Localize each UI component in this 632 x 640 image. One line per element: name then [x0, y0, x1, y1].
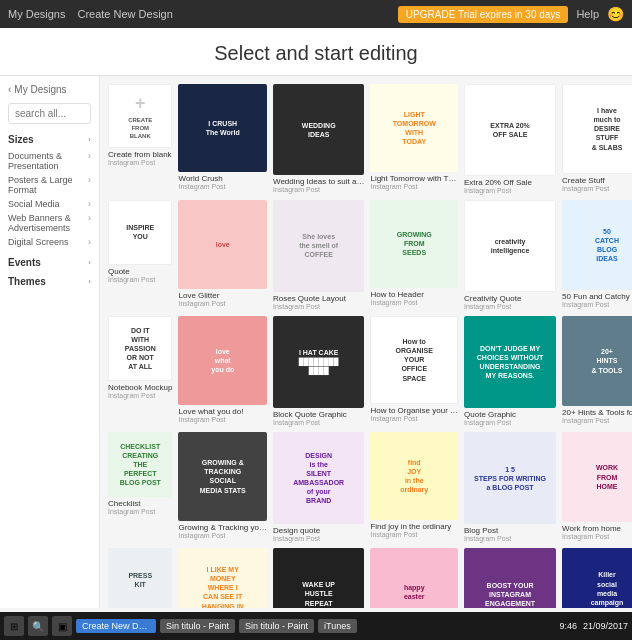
template-thumb: DESIGN is the SILENT AMBASSADOR of your …	[273, 432, 364, 523]
template-label: Extra 20% Off Sale	[464, 178, 556, 187]
template-item[interactable]: creativity intelligenceCreativity QuoteI…	[464, 200, 556, 310]
template-item[interactable]: EXTRA 20% OFF SALEExtra 20% Off SaleInst…	[464, 84, 556, 194]
template-label: Block Quote Graphic	[273, 410, 364, 419]
sizes-arrow-icon: ›	[88, 135, 91, 144]
template-item[interactable]: WORK FROM HOMEWork from homeInstagram Po…	[562, 432, 632, 542]
template-item[interactable]: +CREATEFROMBLANKCreate from blankInstagr…	[108, 84, 172, 194]
template-sub: Instagram Post	[370, 299, 458, 306]
template-thumb: I HAT CAKE ████████ ████	[273, 316, 364, 407]
template-item[interactable]: How to ORGANISE YOUR OFFICE SPACEHow to …	[370, 316, 458, 426]
template-sub: Instagram Post	[273, 303, 364, 310]
template-thumb: find JOY in the ordinary	[370, 432, 458, 520]
back-arrow-icon: ‹	[8, 84, 11, 95]
help-button[interactable]: Help	[576, 8, 599, 20]
template-item[interactable]: WEDDING IDEASWedding Ideas to suit a…Ins…	[273, 84, 364, 194]
upgrade-button[interactable]: UPGRADE Trial expires in 30 days	[398, 6, 569, 23]
template-thumb: Killer social media campaign ideas	[562, 548, 632, 608]
template-item[interactable]: 50 CATCH BLOG IDEAS50 Fun and Catchy Ide…	[562, 200, 632, 310]
template-thumb: She loves the smell of COFFEE	[273, 200, 364, 291]
taskbar-right: 9:46 21/09/2017	[559, 621, 628, 631]
back-link[interactable]: ‹ My Designs	[8, 84, 91, 95]
template-sub: Instagram Post	[178, 532, 266, 539]
template-item[interactable]: CHECKLIST CREATING THE PERFECT BLOG POST…	[108, 432, 172, 542]
sidebar-item-social[interactable]: Social Media›	[8, 197, 91, 211]
template-thumb: 50 CATCH BLOG IDEAS	[562, 200, 632, 290]
template-sub: Instagram Post	[464, 303, 556, 310]
template-sub: Instagram Post	[273, 419, 364, 426]
events-title[interactable]: Events ›	[8, 257, 91, 268]
template-item[interactable]: DESIGN is the SILENT AMBASSADOR of your …	[273, 432, 364, 542]
template-thumb: EXTRA 20% OFF SALE	[464, 84, 556, 176]
themes-title[interactable]: Themes ›	[8, 276, 91, 287]
smiley-icon: 😊	[607, 6, 624, 22]
taskbar-window-canva[interactable]: Create New Design...	[76, 619, 156, 633]
sidebar-item-docs[interactable]: Documents & Presentation›	[8, 149, 91, 173]
template-item[interactable]: loveLove GlitterInstagram Post	[178, 200, 266, 310]
my-designs-link[interactable]: My Designs	[8, 8, 65, 20]
taskbar-left: ⊞ 🔍 ▣ Create New Design... Sin titulo - …	[4, 616, 357, 636]
template-item[interactable]: I have much to DESIRE STUFF & SLABSCreat…	[562, 84, 632, 194]
template-item[interactable]: love what you doLove what you do!Instagr…	[178, 316, 266, 426]
template-label: Quote	[108, 267, 172, 276]
taskbar-time: 9:46	[559, 621, 577, 631]
template-thumb: DON'T JUDGE MY CHOICES WITHOUT UNDERSTAN…	[464, 316, 556, 408]
template-sub: Instagram Post	[273, 535, 364, 542]
template-label: Work from home	[562, 524, 632, 533]
template-thumb: love what you do	[178, 316, 266, 404]
template-item[interactable]: happy easterHappy EasterInstagram Post	[370, 548, 458, 608]
template-item[interactable]: WAKE UP HUSTLE REPEATHustleInstagram Pos…	[273, 548, 364, 608]
taskbar-taskview[interactable]: ▣	[52, 616, 72, 636]
template-item[interactable]: 20+ HINTS & TOOLS20+ Hints & Tools for S…	[562, 316, 632, 426]
template-thumb: CHECKLIST CREATING THE PERFECT BLOG POST	[108, 432, 172, 496]
template-item[interactable]: BOOST YOUR INSTAGRAM ENGAGEMENTBoost You…	[464, 548, 556, 608]
top-bar: My Designs Create New Design UPGRADE Tri…	[0, 0, 632, 28]
template-label: Create from blank	[108, 150, 172, 159]
create-new-design-link[interactable]: Create New Design	[77, 8, 172, 20]
template-item[interactable]: DO IT WITH PASSION OR NOT AT ALLNotebook…	[108, 316, 172, 426]
template-thumb: GROWING FROM SEEDS	[370, 200, 458, 288]
sizes-title: Sizes ›	[8, 134, 91, 145]
sidebar: ‹ My Designs Sizes › Documents & Present…	[0, 76, 100, 608]
template-item[interactable]: I LIKE MY MONEY WHERE I CAN SEE IT HANGI…	[178, 548, 266, 608]
template-item[interactable]: She loves the smell of COFFEERoses Quote…	[273, 200, 364, 310]
template-sub: Instagram Post	[108, 159, 172, 166]
template-label: Love Glitter	[178, 291, 266, 300]
search-input[interactable]	[8, 103, 91, 124]
template-label: Light Tomorrow with T…	[370, 174, 458, 183]
template-label: Quote Graphic	[464, 410, 556, 419]
template-item[interactable]: DON'T JUDGE MY CHOICES WITHOUT UNDERSTAN…	[464, 316, 556, 426]
template-sub: Instagram Post	[562, 185, 632, 192]
taskbar-window-paint1[interactable]: Sin titulo - Paint	[160, 619, 235, 633]
taskbar-window-paint2[interactable]: Sin titulo - Paint	[239, 619, 314, 633]
sidebar-item-digital[interactable]: Digital Screens›	[8, 235, 91, 249]
template-sub: Instagram Post	[464, 187, 556, 194]
top-bar-left: My Designs Create New Design	[8, 8, 173, 20]
template-item[interactable]: PRESS KITPress KitInstagram Post	[108, 548, 172, 608]
template-thumb: love	[178, 200, 266, 288]
template-item[interactable]: I CRUSH The WorldWorld CrushInstagram Po…	[178, 84, 266, 194]
template-item[interactable]: 1 5 STEPS FOR WRITING a BLOG POSTBlog Po…	[464, 432, 556, 542]
template-sub: Instagram Post	[273, 186, 364, 193]
template-item[interactable]: LIGHT TOMORROW WITH TODAYLight Tomorrow …	[370, 84, 458, 194]
taskbar-date: 21/09/2017	[583, 621, 628, 631]
template-thumb: PRESS KIT	[108, 548, 172, 608]
taskbar-cortana[interactable]: 🔍	[28, 616, 48, 636]
template-sub: Instagram Post	[370, 183, 458, 190]
template-label: World Crush	[178, 174, 266, 183]
template-item[interactable]: I HAT CAKE ████████ ████Block Quote Grap…	[273, 316, 364, 426]
taskbar-window-itunes[interactable]: iTunes	[318, 619, 357, 633]
template-thumb: GROWING & TRACKING SOCIAL MEDIA STATS	[178, 432, 266, 520]
template-sub: Instagram Post	[562, 417, 632, 424]
sidebar-item-web[interactable]: Web Banners & Advertisements›	[8, 211, 91, 235]
template-item[interactable]: GROWING & TRACKING SOCIAL MEDIA STATSGro…	[178, 432, 266, 542]
template-sub: Instagram Post	[370, 531, 458, 538]
start-button[interactable]: ⊞	[4, 616, 24, 636]
template-item[interactable]: INSPIRE YOUQuoteInstagram Post	[108, 200, 172, 310]
template-item[interactable]: find JOY in the ordinaryFind joy in the …	[370, 432, 458, 542]
main-layout: ‹ My Designs Sizes › Documents & Present…	[0, 76, 632, 608]
sidebar-item-posters[interactable]: Posters & Large Format›	[8, 173, 91, 197]
template-label: Creativity Quote	[464, 294, 556, 303]
template-item[interactable]: GROWING FROM SEEDSHow to HeaderInstagram…	[370, 200, 458, 310]
template-item[interactable]: Killer social media campaign ideasKiller…	[562, 548, 632, 608]
template-label: How to Header	[370, 290, 458, 299]
